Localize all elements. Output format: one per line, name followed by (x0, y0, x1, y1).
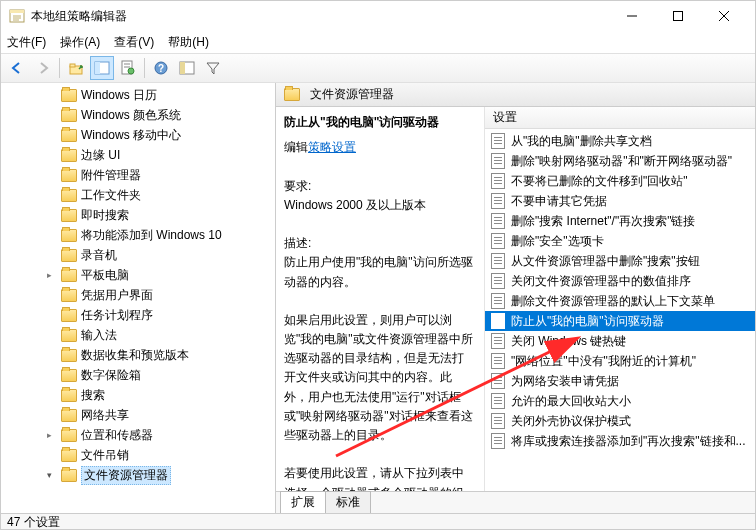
tree-item-label: 边缘 UI (81, 147, 120, 164)
description-body-2: 如果启用此设置，则用户可以浏览"我的电脑"或文件资源管理器中所选驱动器的目录结构… (284, 311, 474, 445)
tree-item-label: 位置和传感器 (81, 427, 153, 444)
tree-item-label: 凭据用户界面 (81, 287, 153, 304)
setting-item[interactable]: 删除"安全"选项卡 (485, 231, 755, 251)
tree-item[interactable]: 数字保险箱 (1, 365, 275, 385)
show-tree-button[interactable] (90, 56, 114, 80)
setting-item[interactable]: 不要将已删除的文件移到"回收站" (485, 171, 755, 191)
settings-column-header[interactable]: 设置 (485, 107, 755, 129)
menu-view[interactable]: 查看(V) (114, 34, 154, 51)
properties-button[interactable] (116, 56, 140, 80)
menu-action[interactable]: 操作(A) (60, 34, 100, 51)
setting-item-label: 关闭文件资源管理器中的数值排序 (511, 273, 691, 290)
setting-item-label: "网络位置"中没有"我附近的计算机" (511, 353, 696, 370)
tree-item[interactable]: 任务计划程序 (1, 305, 275, 325)
tree-item-label: 工作文件夹 (81, 187, 141, 204)
tree-item[interactable]: 录音机 (1, 245, 275, 265)
policy-icon (491, 293, 505, 309)
tree-item-label: 平板电脑 (81, 267, 129, 284)
tree-item-label: Windows 颜色系统 (81, 107, 181, 124)
tree-item[interactable]: 文件资源管理器 (1, 465, 275, 485)
tree-item[interactable]: 边缘 UI (1, 145, 275, 165)
policy-icon (491, 333, 505, 349)
policy-icon (491, 253, 505, 269)
setting-item[interactable]: "网络位置"中没有"我附近的计算机" (485, 351, 755, 371)
setting-item-label: 删除文件资源管理器的默认上下文菜单 (511, 293, 715, 310)
tree-item-label: Windows 移动中心 (81, 127, 181, 144)
back-button[interactable] (5, 56, 29, 80)
setting-item-label: 删除"映射网络驱动器"和"断开网络驱动器" (511, 153, 732, 170)
setting-item-label: 将库或搜索连接器添加到"再次搜索"链接和... (511, 433, 746, 450)
tree-item[interactable]: 将功能添加到 Windows 10 (1, 225, 275, 245)
policy-icon (491, 213, 505, 229)
folder-icon (61, 189, 77, 202)
tree-item[interactable]: Windows 移动中心 (1, 125, 275, 145)
folder-icon (61, 249, 77, 262)
svg-rect-6 (674, 12, 683, 21)
menu-file[interactable]: 文件(F) (7, 34, 46, 51)
tree-item-label: 附件管理器 (81, 167, 141, 184)
forward-button[interactable] (31, 56, 55, 80)
setting-item[interactable]: 将库或搜索连接器添加到"再次搜索"链接和... (485, 431, 755, 451)
app-icon (9, 8, 25, 24)
tab-standard[interactable]: 标准 (325, 491, 371, 513)
setting-item[interactable]: 为网络安装申请凭据 (485, 371, 755, 391)
policy-icon (491, 193, 505, 209)
setting-item[interactable]: 允许的最大回收站大小 (485, 391, 755, 411)
setting-item[interactable]: 删除"搜索 Internet"/"再次搜索"链接 (485, 211, 755, 231)
folder-icon (61, 149, 77, 162)
refresh-button[interactable] (175, 56, 199, 80)
setting-item[interactable]: 从文件资源管理器中删除"搜索"按钮 (485, 251, 755, 271)
tree-item-label: 网络共享 (81, 407, 129, 424)
folder-icon (61, 369, 77, 382)
edit-label: 编辑 (284, 140, 308, 154)
tree-item[interactable]: 即时搜索 (1, 205, 275, 225)
tree-item[interactable]: 凭据用户界面 (1, 285, 275, 305)
description-label: 描述: (284, 234, 474, 253)
setting-item[interactable]: 从"我的电脑"删除共享文档 (485, 131, 755, 151)
setting-item[interactable]: 不要申请其它凭据 (485, 191, 755, 211)
tab-extended[interactable]: 扩展 (280, 491, 326, 513)
titlebar: 本地组策略编辑器 (1, 1, 755, 31)
folder-icon (61, 109, 77, 122)
menu-help[interactable]: 帮助(H) (168, 34, 209, 51)
tree-pane[interactable]: Windows 日历Windows 颜色系统Windows 移动中心边缘 UI附… (1, 83, 276, 513)
settings-list[interactable]: 从"我的电脑"删除共享文档删除"映射网络驱动器"和"断开网络驱动器"不要将已删除… (485, 129, 755, 491)
folder-icon (61, 209, 77, 222)
maximize-button[interactable] (655, 1, 701, 31)
close-button[interactable] (701, 1, 747, 31)
setting-item[interactable]: 删除"映射网络驱动器"和"断开网络驱动器" (485, 151, 755, 171)
setting-item-label: 不要将已删除的文件移到"回收站" (511, 173, 688, 190)
setting-item-label: 从文件资源管理器中删除"搜索"按钮 (511, 253, 700, 270)
tree-item[interactable]: 位置和传感器 (1, 425, 275, 445)
tree-item[interactable]: 输入法 (1, 325, 275, 345)
right-pane: 文件资源管理器 防止从"我的电脑"访问驱动器 编辑策略设置 要求: Window… (276, 83, 755, 513)
tree-item-label: 任务计划程序 (81, 307, 153, 324)
folder-icon (61, 389, 77, 402)
setting-item-label: 关闭 Windows 键热键 (511, 333, 626, 350)
requirements-label: 要求: (284, 177, 474, 196)
tree-item[interactable]: 平板电脑 (1, 265, 275, 285)
svg-rect-20 (180, 62, 185, 74)
tree-item[interactable]: 工作文件夹 (1, 185, 275, 205)
setting-item[interactable]: 关闭文件资源管理器中的数值排序 (485, 271, 755, 291)
policy-settings-link[interactable]: 策略设置 (308, 140, 356, 154)
minimize-button[interactable] (609, 1, 655, 31)
tree-item[interactable]: 附件管理器 (1, 165, 275, 185)
tree-item[interactable]: Windows 颜色系统 (1, 105, 275, 125)
filter-button[interactable] (201, 56, 225, 80)
svg-point-16 (128, 68, 134, 74)
setting-item[interactable]: 防止从"我的电脑"访问驱动器 (485, 311, 755, 331)
tree-item[interactable]: 搜索 (1, 385, 275, 405)
help-button[interactable]: ? (149, 56, 173, 80)
policy-icon (491, 233, 505, 249)
tree-item[interactable]: Windows 日历 (1, 85, 275, 105)
setting-item[interactable]: 删除文件资源管理器的默认上下文菜单 (485, 291, 755, 311)
up-button[interactable] (64, 56, 88, 80)
tree-item[interactable]: 文件吊销 (1, 445, 275, 465)
setting-item-label: 关闭外壳协议保护模式 (511, 413, 631, 430)
toolbar: ? (1, 53, 755, 83)
setting-item[interactable]: 关闭 Windows 键热键 (485, 331, 755, 351)
tree-item[interactable]: 数据收集和预览版本 (1, 345, 275, 365)
tree-item[interactable]: 网络共享 (1, 405, 275, 425)
setting-item[interactable]: 关闭外壳协议保护模式 (485, 411, 755, 431)
